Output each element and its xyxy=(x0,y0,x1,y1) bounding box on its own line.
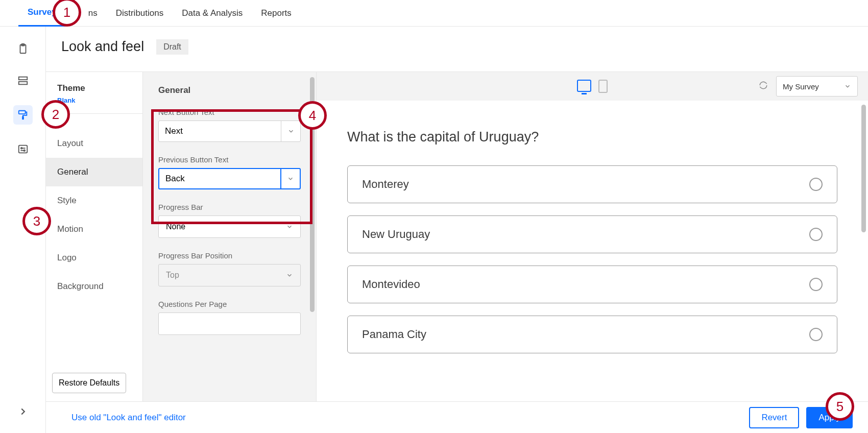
chevron-down-icon xyxy=(844,83,851,90)
option-row[interactable]: New Uruguay xyxy=(347,215,837,253)
annotation-4: 4 xyxy=(298,101,327,130)
prev-button-combo[interactable] xyxy=(158,168,301,189)
menu-motion[interactable]: Motion xyxy=(46,215,142,244)
annotation-2: 2 xyxy=(41,100,70,129)
menu-layout[interactable]: Layout xyxy=(46,129,142,158)
qpp-label: Questions Per Page xyxy=(158,300,301,308)
expand-rail-icon[interactable] xyxy=(16,404,30,419)
progress-bar-label: Progress Bar xyxy=(158,203,301,211)
paint-icon[interactable] xyxy=(13,105,33,125)
next-button-input[interactable] xyxy=(159,121,281,141)
tab-data-analysis[interactable]: Data & Analysis xyxy=(173,0,252,27)
next-button-combo[interactable] xyxy=(158,121,301,142)
preview-survey-select[interactable]: My Survey xyxy=(776,76,858,97)
settings-column: General Next Button Text Previous Button… xyxy=(143,72,317,401)
page-header: Look and feel Draft xyxy=(61,39,188,55)
prev-button-field: Previous Button Text xyxy=(158,155,301,189)
menu-style[interactable]: Style xyxy=(46,186,142,215)
tab-reports[interactable]: Reports xyxy=(252,0,301,27)
settings-heading: General xyxy=(158,85,301,95)
draft-badge: Draft xyxy=(156,39,188,55)
annotation-5: 5 xyxy=(826,392,854,421)
option-label: New Uruguay xyxy=(362,228,430,241)
progress-bar-value: None xyxy=(166,222,185,231)
chevron-down-icon[interactable] xyxy=(280,169,300,188)
radio-icon xyxy=(809,278,823,291)
progress-pos-select[interactable]: Top xyxy=(158,264,301,286)
svg-point-9 xyxy=(23,150,25,151)
tab-distributions[interactable]: Distributions xyxy=(107,0,173,27)
desktop-view-button[interactable] xyxy=(577,80,591,92)
option-label: Montevideo xyxy=(362,278,420,291)
progress-pos-label: Progress Bar Position xyxy=(158,251,301,260)
mobile-view-button[interactable] xyxy=(598,80,608,93)
option-row[interactable]: Montevideo xyxy=(347,266,837,303)
clipboard-icon[interactable] xyxy=(16,42,30,56)
progress-pos-field: Progress Bar Position Top xyxy=(158,251,301,286)
page-title: Look and feel xyxy=(61,39,144,55)
preview-toolbar: My Survey xyxy=(317,72,868,101)
restore-defaults-button[interactable]: Restore Defaults xyxy=(52,373,126,393)
preview-survey-value: My Survey xyxy=(783,82,819,91)
progress-bar-select[interactable]: None xyxy=(158,215,301,238)
option-label: Monterey xyxy=(362,178,409,191)
device-toggle xyxy=(577,80,608,93)
option-row[interactable]: Monterey xyxy=(347,165,837,203)
blocks-icon[interactable] xyxy=(16,74,30,88)
menu-logo[interactable]: Logo xyxy=(46,244,142,272)
chevron-down-icon xyxy=(286,223,293,230)
annotation-3: 3 xyxy=(22,207,51,235)
footer: Use old "Look and feel" editor Revert Ap… xyxy=(46,401,868,433)
sliders-icon[interactable] xyxy=(16,142,30,156)
prev-button-label: Previous Button Text xyxy=(158,155,301,164)
svg-rect-5 xyxy=(22,117,23,119)
question-text: What is the capital of Uruguay? xyxy=(347,129,837,145)
radio-icon xyxy=(809,328,823,341)
progress-bar-field: Progress Bar None xyxy=(158,203,301,238)
menu-general[interactable]: General xyxy=(46,158,142,186)
next-button-field: Next Button Text xyxy=(158,108,301,142)
chevron-down-icon[interactable] xyxy=(281,121,300,141)
preview-body: What is the capital of Uruguay? Monterey… xyxy=(317,101,868,401)
option-label: Panama City xyxy=(362,328,426,341)
refresh-icon[interactable] xyxy=(759,81,768,92)
next-button-label: Next Button Text xyxy=(158,108,301,116)
svg-rect-4 xyxy=(18,111,25,114)
revert-button[interactable]: Revert xyxy=(749,407,799,428)
menu-background[interactable]: Background xyxy=(46,272,142,301)
svg-rect-3 xyxy=(18,82,27,85)
qpp-field: Questions Per Page xyxy=(158,300,301,335)
svg-rect-6 xyxy=(18,146,27,153)
prev-button-input[interactable] xyxy=(159,169,280,188)
svg-point-7 xyxy=(20,148,22,149)
radio-icon xyxy=(809,228,823,241)
theme-label: Theme xyxy=(57,83,131,93)
qpp-input[interactable] xyxy=(158,312,301,335)
theme-name: Blank xyxy=(57,97,131,104)
old-editor-link[interactable]: Use old "Look and feel" editor xyxy=(71,413,186,423)
option-row[interactable]: Panama City xyxy=(347,316,837,353)
top-tabs: Survey ns Distributions Data & Analysis … xyxy=(0,0,868,27)
preview-column: My Survey What is the capital of Uruguay… xyxy=(317,72,868,401)
content-area: Theme Blank Layout General Style Motion … xyxy=(46,71,868,401)
chevron-down-icon xyxy=(286,272,293,279)
radio-icon xyxy=(809,178,823,191)
progress-pos-value: Top xyxy=(166,271,179,280)
svg-rect-2 xyxy=(18,77,27,80)
preview-scrollbar[interactable] xyxy=(861,105,866,232)
